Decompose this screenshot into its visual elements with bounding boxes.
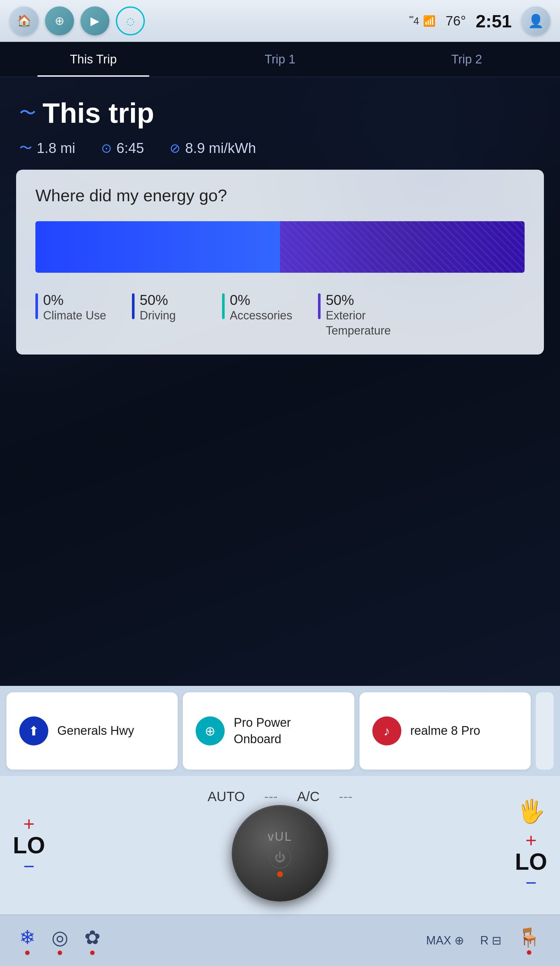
energy-title: Where did my energy go?	[35, 186, 525, 205]
tab-trip2[interactable]: Trip 2	[373, 42, 560, 77]
legend-exterior-temp: 50% ExteriorTemperature	[318, 292, 391, 338]
seat-heat-btn[interactable]: 🪑	[517, 927, 541, 955]
climate-controls: + LO − AUTO --- A/C --- vUL ⏻	[0, 776, 560, 915]
function-bar: ❄ ◎ ✿ MAX ⊕ R ⊟ 🪑	[0, 915, 560, 966]
signal-icon: ᪲4	[414, 15, 419, 27]
share-button[interactable]: ⊕	[45, 7, 74, 35]
card-realme-8-pro[interactable]: ♪ realme 8 Pro	[360, 692, 531, 770]
energy-section: Where did my energy go? 0% Climate Use	[16, 170, 544, 355]
fan-dot	[90, 951, 95, 955]
climate-dash: ---	[264, 789, 278, 804]
generals-hwy-label: Generals Hwy	[57, 723, 134, 739]
time-display: 2:51	[476, 11, 512, 31]
legend-bar-climate	[35, 293, 38, 319]
tab-trip1[interactable]: Trip 1	[187, 42, 373, 77]
climate-dash-2: ---	[339, 789, 352, 804]
trip-stats: 〜 1.8 mi ⊙ 6:45 ⊘ 8.9 mi/kWh	[19, 139, 541, 157]
fan-speed-btn[interactable]: ✿	[84, 926, 100, 955]
legend-driving: 50% Driving	[132, 292, 196, 338]
trip-title: This trip	[43, 97, 154, 130]
legend-climate: 0% Climate Use	[35, 292, 106, 338]
knob-indicator	[277, 871, 283, 877]
seat-dot	[527, 950, 531, 955]
efficiency-icon: ⊘	[170, 141, 180, 156]
energy-legend: 0% Climate Use 50% Driving	[35, 292, 525, 338]
realme-music-icon: ♪	[372, 716, 401, 746]
status-right: ᪲4 📶 76° 2:51 👤	[414, 7, 550, 35]
energy-bar-blue	[35, 221, 280, 273]
ac-label: A/C	[297, 789, 319, 804]
trip-wave-icon: 〜	[19, 102, 36, 124]
defrost-icon: ❄	[19, 926, 35, 949]
status-bar: 🏠 ⊕ ▶ ◌ ᪲4 📶 76° 2:51 👤	[0, 0, 560, 42]
energy-bar	[35, 221, 525, 273]
climate-mode-labels: AUTO --- A/C ---	[208, 789, 352, 804]
climate-right-temp: + LO −	[515, 831, 547, 892]
wifi-icon: 📶	[423, 15, 436, 27]
steering-heat-icon: ◎	[51, 926, 68, 949]
generals-hwy-icon: ⬆	[19, 716, 48, 746]
trip-header: 〜 This trip 〜 1.8 mi ⊙ 6:45 ⊘ 8.9 mi/kWh	[0, 77, 560, 163]
climate-right-panel: 🖐 + LO −	[515, 798, 547, 892]
realme-label: realme 8 Pro	[410, 723, 480, 739]
knob-power-button[interactable]: ⏻	[269, 846, 291, 869]
temp-right-minus[interactable]: −	[525, 873, 537, 892]
card-pro-power-onboard[interactable]: ⊕ Pro PowerOnboard	[183, 692, 354, 770]
distance-icon: 〜	[19, 139, 32, 157]
fn-right-icons: MAX ⊕ R ⊟ 🪑	[426, 927, 541, 955]
knob-label: vUL	[268, 830, 293, 844]
profile-avatar[interactable]: 👤	[521, 7, 550, 35]
defrost-icon-btn[interactable]: ❄	[19, 926, 35, 955]
temp-left-value: LO	[13, 834, 45, 857]
climate-knob[interactable]: vUL ⏻	[232, 805, 328, 902]
stat-distance: 〜 1.8 mi	[19, 139, 75, 157]
tab-this-trip[interactable]: This Trip	[0, 42, 187, 77]
card-generals-hwy[interactable]: ⬆ Generals Hwy	[7, 692, 178, 770]
steering-dot	[57, 951, 62, 955]
pro-power-label: Pro PowerOnboard	[234, 715, 291, 748]
card-peek	[536, 692, 553, 770]
auto-label: AUTO	[208, 789, 245, 804]
bottom-cards-row: ⬆ Generals Hwy ⊕ Pro PowerOnboard ♪ real…	[0, 686, 560, 776]
temp-left-plus[interactable]: +	[23, 814, 34, 834]
rear-defrost-btn[interactable]: R ⊟	[480, 934, 501, 947]
temp-left-minus[interactable]: −	[23, 857, 34, 876]
stat-efficiency: ⊘ 8.9 mi/kWh	[170, 140, 256, 156]
fn-left-icons: ❄ ◎ ✿	[19, 926, 100, 955]
max-defrost-btn[interactable]: MAX ⊕	[426, 934, 464, 947]
clock-icon: ⊙	[101, 141, 112, 156]
climate-center: AUTO --- A/C --- vUL ⏻	[51, 786, 509, 905]
stat-time: ⊙ 6:45	[101, 140, 144, 156]
home-button[interactable]: 🏠	[10, 7, 39, 35]
temp-right-value: LO	[515, 850, 547, 873]
legend-bar-exterior	[318, 293, 321, 319]
climate-left-temp: + LO −	[13, 814, 45, 876]
legend-accessories: 0% Accessories	[222, 292, 292, 338]
legend-bar-accessories	[222, 293, 224, 319]
trip-title-row: 〜 This trip	[19, 97, 541, 130]
steering-heat-btn[interactable]: ◎	[51, 926, 68, 955]
fan-speed-icon: ✿	[84, 926, 100, 949]
temperature-display: 76°	[445, 13, 466, 29]
nav-icons: 🏠 ⊕ ▶ ◌	[10, 7, 145, 35]
defrost-dot	[25, 951, 29, 955]
main-content: 〜 This trip 〜 1.8 mi ⊙ 6:45 ⊘ 8.9 mi/kWh	[0, 77, 560, 686]
heated-seat-icon[interactable]: 🖐	[517, 798, 545, 824]
energy-bar-purple	[280, 221, 525, 273]
pro-power-icon: ⊕	[196, 716, 224, 746]
legend-bar-driving	[132, 293, 134, 319]
seat-heat-icon: 🪑	[517, 927, 541, 948]
tab-bar: This Trip Trip 1 Trip 2	[0, 42, 560, 77]
connectivity-icons: ᪲4 📶	[414, 15, 436, 27]
alexa-button[interactable]: ◌	[116, 7, 145, 35]
bottom-section: ⬆ Generals Hwy ⊕ Pro PowerOnboard ♪ real…	[0, 686, 560, 966]
temp-right-plus[interactable]: +	[525, 831, 537, 850]
media-button[interactable]: ▶	[80, 7, 110, 35]
